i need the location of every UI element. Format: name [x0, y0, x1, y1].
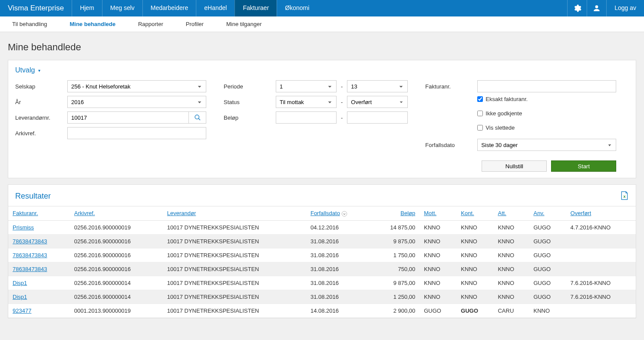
vis-slettede-checkbox[interactable]: [477, 125, 483, 131]
cell-forfallsdato: 31.08.2016: [306, 248, 371, 262]
aar-select[interactable]: 2016: [67, 96, 206, 108]
cell-overfort: 7.6.2016-KNNO: [566, 290, 636, 304]
cell-belop: 750,00: [371, 262, 419, 276]
cell-mott: KNNO: [419, 290, 456, 304]
col-forfallsdato[interactable]: Forfallsdato: [310, 210, 340, 216]
fakturanr-link[interactable]: Disp1: [13, 280, 27, 286]
arkivref-input[interactable]: [67, 127, 206, 139]
nav-medarbeidere[interactable]: Medarbeidere: [142, 0, 196, 16]
cell-overfort: [566, 262, 636, 276]
cell-kont: KNNO: [456, 262, 493, 276]
cell-leverandor: 10017 DYNETREKKSPESIALISTEN: [163, 276, 306, 290]
cell-forfallsdato: 14.08.2016: [306, 304, 371, 317]
leverandornr-input[interactable]: [67, 111, 189, 124]
cell-overfort: 7.6.2016-KNNO: [566, 276, 636, 290]
sub-nav: Til behandling Mine behandlede Rapporter…: [0, 16, 644, 32]
cell-overfort: [566, 234, 636, 248]
forfall-label: Forfallsdato: [425, 142, 477, 148]
col-kont[interactable]: Kont.: [461, 210, 474, 216]
col-anv[interactable]: Anv.: [533, 210, 544, 216]
cell-leverandor: 10017 DYNETREKKSPESIALISTEN: [163, 234, 306, 248]
belop-to-input[interactable]: [347, 111, 408, 124]
belop-from-input[interactable]: [276, 111, 337, 124]
cell-mott: KNNO: [419, 248, 456, 262]
cell-leverandor: 10017 DYNETREKKSPESIALISTEN: [163, 304, 306, 317]
cell-att: KNNO: [493, 290, 529, 304]
aar-label: År: [15, 99, 67, 105]
fakturanr-link[interactable]: 78638473843: [13, 252, 47, 258]
cell-anv: GUGO: [529, 248, 566, 262]
nav-okonomi[interactable]: Økonomi: [277, 0, 317, 16]
periode-from-select[interactable]: 1: [276, 80, 337, 92]
svg-text:x: x: [623, 194, 626, 199]
fakturanr-link[interactable]: 78638473843: [13, 238, 47, 245]
user-icon[interactable]: [587, 0, 606, 16]
nullstill-button[interactable]: Nullstill: [482, 160, 547, 172]
col-belop[interactable]: Beløp: [400, 210, 415, 216]
col-mott[interactable]: Mott.: [424, 210, 436, 216]
cell-kont: KNNO: [456, 234, 493, 248]
cell-leverandor: 10017 DYNETREKKSPESIALISTEN: [163, 248, 306, 262]
svg-line-1: [198, 118, 200, 120]
nav-ehandel[interactable]: eHandel: [196, 0, 234, 16]
search-icon: [194, 114, 201, 121]
table-row: 786384738430256.2016.90000001610017 DYNE…: [8, 234, 636, 248]
logoff-button[interactable]: Logg av: [606, 0, 644, 16]
cell-kont: KNNO: [456, 290, 493, 304]
dash-separator: -: [337, 114, 347, 121]
fakturanr-input[interactable]: [477, 80, 616, 92]
fakturanr-link[interactable]: Disp1: [13, 294, 27, 300]
eksakt-checkbox[interactable]: [477, 96, 483, 102]
leverandor-search-button[interactable]: [189, 111, 206, 124]
col-arkivref[interactable]: Arkivref.: [74, 210, 95, 216]
cell-kont: KNNO: [456, 276, 493, 290]
nav-meg-selv[interactable]: Meg selv: [102, 0, 142, 16]
status-to-select[interactable]: Overført: [347, 96, 408, 108]
app-logo: Visma Enterprise: [0, 0, 72, 16]
col-leverandor[interactable]: Leverandør: [167, 210, 196, 216]
cell-anv: GUGO: [529, 262, 566, 276]
nav-fakturaer[interactable]: Fakturaer: [234, 0, 277, 16]
subnav-profiler[interactable]: Profiler: [181, 16, 209, 32]
col-overfort[interactable]: Overført: [571, 210, 591, 216]
fakturanr-link[interactable]: Prismiss: [13, 224, 34, 231]
arkiv-label: Arkivref.: [15, 130, 67, 137]
cell-arkivref: 0256.2016.900000016: [70, 262, 163, 276]
cell-att: KNNO: [493, 248, 529, 262]
start-button[interactable]: Start: [551, 160, 616, 172]
results-panel: Resultater x Fakturanr. Arkivref. Levera…: [8, 184, 636, 318]
sort-desc-icon: [341, 211, 347, 217]
cell-belop: 9 875,00: [371, 276, 419, 290]
table-row: 786384738430256.2016.90000001610017 DYNE…: [8, 248, 636, 262]
results-table: Fakturanr. Arkivref. Leverandør Forfalls…: [8, 206, 636, 318]
filter-panel-toggle[interactable]: Utvalg ▾: [15, 66, 629, 74]
status-from-select[interactable]: Til mottak: [276, 96, 337, 108]
cell-forfallsdato: 31.08.2016: [306, 276, 371, 290]
col-att[interactable]: Att.: [498, 210, 506, 216]
gear-icon[interactable]: [567, 0, 587, 16]
periode-to-select[interactable]: 13: [347, 80, 408, 92]
subnav-til-behandling[interactable]: Til behandling: [7, 16, 52, 32]
table-row: Disp10256.2016.90000001410017 DYNETREKKS…: [8, 276, 636, 290]
col-fakturanr[interactable]: Fakturanr.: [13, 210, 38, 216]
export-excel-icon[interactable]: x: [620, 191, 629, 202]
subnav-rapporter[interactable]: Rapporter: [133, 16, 168, 32]
subnav-mine-tilganger[interactable]: Mine tilganger: [221, 16, 267, 32]
selskap-label: Selskap: [15, 83, 67, 90]
table-row: Disp10256.2016.90000001410017 DYNETREKKS…: [8, 290, 636, 304]
fakturanr-label: Fakturanr.: [425, 83, 477, 90]
chevron-down-icon: ▾: [38, 68, 40, 73]
cell-leverandor: 10017 DYNETREKKSPESIALISTEN: [163, 262, 306, 276]
cell-overfort: [566, 248, 636, 262]
ikke-godkjente-checkbox[interactable]: [477, 111, 483, 116]
fakturanr-link[interactable]: 78638473843: [13, 266, 47, 272]
results-title: Resultater: [15, 192, 51, 201]
dash-separator: -: [337, 83, 347, 90]
subnav-mine-behandlede[interactable]: Mine behandlede: [64, 16, 120, 32]
forfallsdato-select[interactable]: Siste 30 dager: [477, 139, 616, 151]
cell-overfort: [566, 304, 636, 317]
fakturanr-link[interactable]: 923477: [13, 307, 31, 314]
nav-hjem[interactable]: Hjem: [72, 0, 102, 16]
selskap-select[interactable]: 256 - Knut Helseforetak: [67, 80, 206, 92]
vis-label: Vis slettede: [485, 124, 515, 131]
